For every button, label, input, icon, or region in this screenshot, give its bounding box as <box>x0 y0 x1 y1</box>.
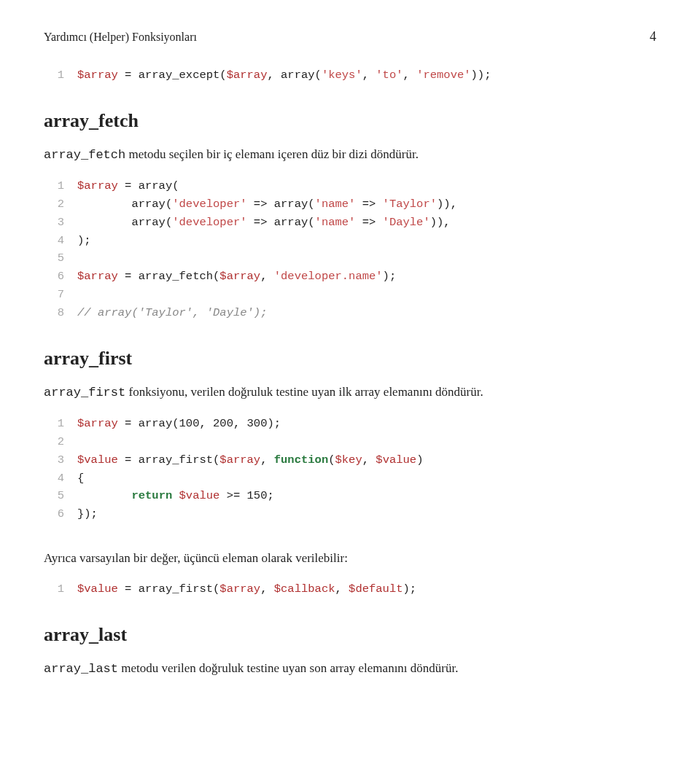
line-number: 6 <box>44 505 77 523</box>
code-line: 2 <box>44 433 656 451</box>
line-number: 3 <box>44 451 77 469</box>
code-content: array('developer' => array('name' => 'Ta… <box>77 195 457 214</box>
code-content: $array = array_fetch($array, 'developer.… <box>77 268 396 286</box>
code-line: 1$value = array_first($array, $callback,… <box>44 580 656 598</box>
line-number: 2 <box>44 433 77 451</box>
line-number: 3 <box>44 214 77 232</box>
code-content: $value = array_first($array, function($k… <box>77 451 423 469</box>
line-number: 1 <box>44 177 77 195</box>
code-line: 1$array = array_except($array, array('ke… <box>44 66 656 85</box>
code-line: 7 <box>44 286 656 304</box>
line-number: 6 <box>44 268 77 286</box>
code-content: $array = array_except($array, array('key… <box>77 66 491 85</box>
code-line: 1$array = array( <box>44 177 656 195</box>
header-title: Yardımcı (Helper) Fonksiyonları <box>44 31 197 44</box>
desc-default: Ayrıca varsayılan bir değer, üçüncü elem… <box>44 549 656 568</box>
code-line: 6}); <box>44 505 656 523</box>
code-line: 3$value = array_first($array, function($… <box>44 451 656 469</box>
code-line: 5 <box>44 249 656 268</box>
code-content: $value = array_first($array, $callback, … <box>77 580 416 598</box>
desc-first: array_first fonksiyonu, verilen doğruluk… <box>44 383 656 402</box>
line-number: 1 <box>44 580 77 598</box>
code-line: 4{ <box>44 469 656 488</box>
page-header: Yardımcı (Helper) Fonksiyonları 4 <box>44 29 656 44</box>
code-line: 5 return $value >= 150; <box>44 487 656 505</box>
line-number: 5 <box>44 249 77 268</box>
line-number: 7 <box>44 286 77 304</box>
code-line: 4); <box>44 232 656 250</box>
code-block-except: 1$array = array_except($array, array('ke… <box>44 66 656 85</box>
line-number: 1 <box>44 415 77 433</box>
code-content: ); <box>77 232 91 250</box>
page-number: 4 <box>650 29 656 44</box>
code-content: array('developer' => array('name' => 'Da… <box>77 214 451 232</box>
code-content: return $value >= 150; <box>77 487 274 505</box>
section-heading-fetch: array_fetch <box>44 110 656 132</box>
code-block-first: 1$array = array(100, 200, 300);23$value … <box>44 415 656 523</box>
code-block-fetch: 1$array = array(2 array('developer' => a… <box>44 177 656 321</box>
code-line: 8// array('Taylor', 'Dayle'); <box>44 304 656 322</box>
desc-fetch: array_fetch metodu seçilen bir iç eleman… <box>44 145 656 165</box>
line-number: 1 <box>44 66 77 85</box>
code-line: 2 array('developer' => array('name' => '… <box>44 195 656 214</box>
code-line: 1$array = array(100, 200, 300); <box>44 415 656 433</box>
code-content: }); <box>77 505 98 523</box>
code-block-default: 1$value = array_first($array, $callback,… <box>44 580 656 598</box>
code-content: $array = array( <box>77 177 179 195</box>
line-number: 4 <box>44 232 77 250</box>
line-number: 4 <box>44 469 77 488</box>
code-content: $array = array(100, 200, 300); <box>77 415 281 433</box>
line-number: 5 <box>44 487 77 505</box>
desc-last: array_last metodu verilen doğruluk testi… <box>44 659 656 679</box>
line-number: 2 <box>44 195 77 214</box>
code-line: 3 array('developer' => array('name' => '… <box>44 214 656 232</box>
code-content: { <box>77 469 84 488</box>
code-line: 6$array = array_fetch($array, 'developer… <box>44 268 656 286</box>
line-number: 8 <box>44 304 77 322</box>
code-content: // array('Taylor', 'Dayle'); <box>77 304 267 322</box>
section-heading-first: array_first <box>44 348 656 370</box>
section-heading-last: array_last <box>44 624 656 646</box>
